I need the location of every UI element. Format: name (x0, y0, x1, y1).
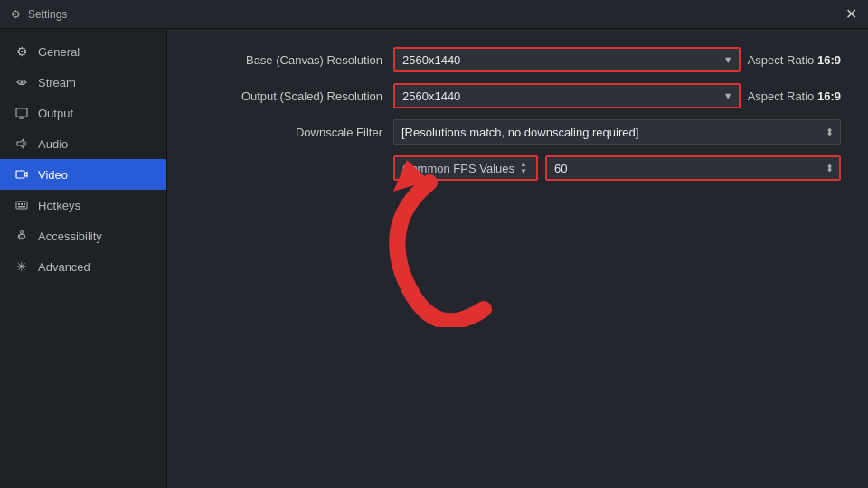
base-resolution-label: Base (Canvas) Resolution (194, 53, 393, 67)
sidebar-item-label: Audio (38, 137, 68, 151)
title-bar: ⚙ Settings ✕ (0, 0, 868, 29)
fps-value-select[interactable]: 60 30 24 (545, 155, 841, 181)
output-aspect-ratio-value: 16:9 (817, 89, 841, 103)
fps-spinner-down[interactable]: ▼ (520, 168, 527, 175)
sidebar-item-label: Output (38, 107, 73, 120)
fps-control: Common FPS Values ▲ ▼ 60 30 24 ⬍ (393, 155, 841, 181)
sidebar-item-label: Advanced (38, 260, 90, 274)
downscale-filter-label: Downscale Filter (194, 126, 393, 139)
general-icon: ⚙ (14, 44, 29, 59)
downscale-filter-select[interactable]: [Resolutions match, no downscaling requi… (393, 119, 841, 145)
svg-point-0 (21, 81, 24, 84)
accessibility-icon (14, 229, 29, 243)
main-layout: ⚙ General Stream Output (0, 29, 868, 488)
sidebar-item-general[interactable]: ⚙ General (0, 36, 166, 67)
svg-point-12 (21, 231, 24, 234)
svg-line-13 (18, 235, 19, 238)
fps-row: Common FPS Values ▲ ▼ 60 30 24 ⬍ (194, 155, 841, 181)
stream-icon (14, 75, 29, 89)
fps-spinner: ▲ ▼ (520, 157, 527, 179)
base-resolution-select-wrapper: 2560x1440 1920x1080 1280x720 ▼ (393, 47, 741, 72)
base-resolution-control: 2560x1440 1920x1080 1280x720 ▼ Aspect Ra… (393, 47, 841, 72)
sidebar-item-accessibility[interactable]: Accessibility (0, 221, 166, 251)
output-resolution-select[interactable]: 2560x1440 1920x1080 1280x720 (393, 83, 741, 108)
video-icon (14, 167, 29, 182)
svg-rect-8 (18, 203, 20, 205)
audio-icon (14, 136, 29, 151)
output-resolution-select-wrapper: 2560x1440 1920x1080 1280x720 ▼ (393, 83, 741, 108)
base-resolution-row: Base (Canvas) Resolution 2560x1440 1920x… (194, 47, 841, 72)
sidebar-item-audio[interactable]: Audio (0, 128, 166, 159)
fps-label-box: Common FPS Values ▲ ▼ (393, 155, 538, 181)
sidebar-item-label: General (38, 45, 80, 59)
sidebar-item-label: Accessibility (38, 230, 102, 243)
downscale-filter-control: [Resolutions match, no downscaling requi… (393, 119, 841, 145)
hotkeys-icon (14, 198, 29, 212)
sidebar: ⚙ General Stream Output (0, 29, 167, 488)
svg-line-14 (24, 235, 25, 238)
svg-rect-11 (18, 206, 25, 208)
sidebar-item-advanced[interactable]: ✳ Advanced (0, 251, 166, 282)
svg-rect-10 (24, 203, 25, 205)
settings-gear-icon: ⚙ (11, 8, 21, 21)
svg-rect-1 (16, 108, 27, 117)
svg-marker-6 (24, 173, 27, 177)
base-resolution-select[interactable]: 2560x1440 1920x1080 1280x720 (393, 47, 741, 72)
sidebar-item-hotkeys[interactable]: Hotkeys (0, 190, 166, 221)
close-button[interactable]: ✕ (845, 7, 857, 22)
base-aspect-ratio-value: 16:9 (817, 53, 841, 67)
downscale-filter-row: Downscale Filter [Resolutions match, no … (194, 119, 841, 145)
svg-rect-9 (21, 203, 23, 205)
output-resolution-control: 2560x1440 1920x1080 1280x720 ▼ Aspect Ra… (393, 83, 841, 108)
output-resolution-row: Output (Scaled) Resolution 2560x1440 192… (194, 83, 841, 108)
sidebar-item-stream[interactable]: Stream (0, 67, 166, 98)
content-area: Base (Canvas) Resolution 2560x1440 1920x… (167, 29, 868, 488)
output-aspect-ratio-label: Aspect Ratio 16:9 (748, 89, 841, 103)
sidebar-item-label: Video (38, 168, 68, 182)
sidebar-item-label: Stream (38, 76, 76, 89)
sidebar-item-label: Hotkeys (38, 199, 80, 212)
fps-label-text: Common FPS Values (402, 162, 514, 175)
title-bar-left: ⚙ Settings (11, 8, 67, 21)
svg-rect-5 (16, 171, 24, 178)
svg-marker-4 (17, 139, 24, 148)
sidebar-item-output[interactable]: Output (0, 98, 166, 128)
output-resolution-label: Output (Scaled) Resolution (194, 89, 393, 103)
base-aspect-ratio-label: Aspect Ratio 16:9 (748, 53, 841, 67)
downscale-filter-select-wrapper: [Resolutions match, no downscaling requi… (393, 119, 841, 145)
output-icon (14, 106, 29, 120)
fps-value-wrapper: 60 30 24 ⬍ (545, 155, 841, 181)
title-bar-text: Settings (28, 8, 67, 21)
advanced-icon: ✳ (14, 259, 29, 274)
sidebar-item-video[interactable]: Video (0, 159, 166, 190)
